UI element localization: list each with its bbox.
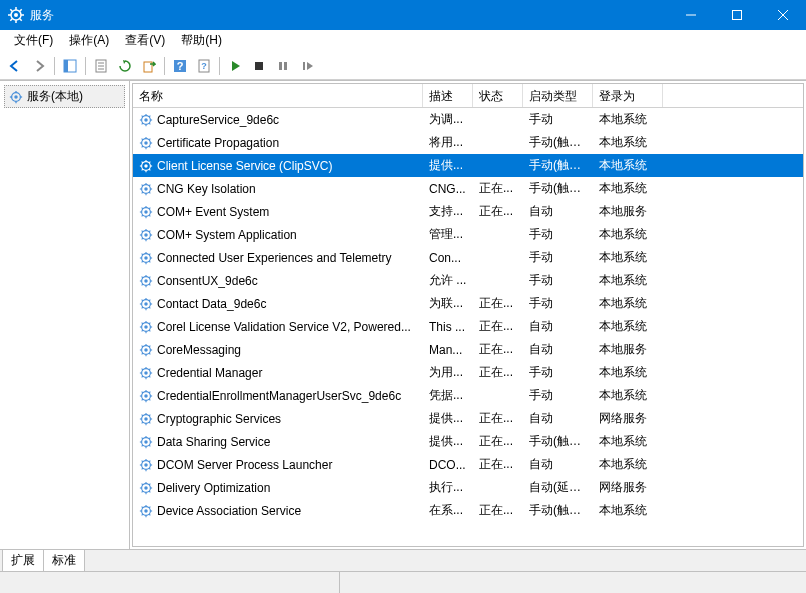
svg-line-91 [142, 230, 143, 231]
service-desc: 为联... [423, 295, 473, 312]
service-desc: 将用... [423, 134, 473, 151]
pause-service-button[interactable] [272, 55, 294, 77]
service-row[interactable]: Device Association Service在系...正在...手动(触… [133, 499, 803, 522]
forward-button[interactable] [28, 55, 50, 77]
tab-extended[interactable]: 扩展 [2, 550, 44, 572]
gear-icon [139, 458, 153, 472]
col-desc[interactable]: 描述 [423, 84, 473, 107]
service-row[interactable]: CoreMessagingMan...正在...自动本地服务 [133, 338, 803, 361]
tree-root-services[interactable]: 服务(本地) [4, 85, 125, 108]
refresh-button[interactable] [114, 55, 136, 77]
svg-line-54 [149, 138, 150, 139]
service-logon: 本地系统 [593, 295, 663, 312]
svg-line-142 [149, 353, 150, 354]
menu-view[interactable]: 查看(V) [117, 30, 173, 51]
service-list[interactable]: CaptureService_9de6c为调...手动本地系统Certifica… [133, 108, 803, 546]
svg-line-174 [149, 414, 150, 415]
service-row[interactable]: Contact Data_9de6c为联...正在...手动本地系统 [133, 292, 803, 315]
svg-line-201 [142, 483, 143, 484]
service-name: Data Sharing Service [157, 435, 270, 449]
svg-line-143 [142, 353, 143, 354]
service-row[interactable]: Delivery Optimization执行...自动(延迟...网络服务 [133, 476, 803, 499]
service-row[interactable]: CaptureService_9de6c为调...手动本地系统 [133, 108, 803, 131]
svg-rect-15 [64, 60, 68, 72]
gear-icon [139, 504, 153, 518]
minimize-button[interactable] [668, 0, 714, 30]
restart-service-button[interactable] [296, 55, 318, 77]
menu-help[interactable]: 帮助(H) [173, 30, 230, 51]
status-bar [0, 571, 806, 593]
svg-point-206 [144, 509, 148, 513]
stop-service-button[interactable] [248, 55, 270, 77]
col-name[interactable]: 名称 [133, 84, 423, 107]
service-row[interactable]: DCOM Server Process LauncherDCO...正在...自… [133, 453, 803, 476]
gear-icon [139, 366, 153, 380]
service-name: COM+ Event System [157, 205, 269, 219]
svg-text:?: ? [177, 60, 184, 72]
service-status: 正在... [473, 318, 523, 335]
app-gear-icon [8, 7, 24, 23]
service-desc: Man... [423, 343, 473, 357]
svg-line-7 [20, 19, 22, 21]
service-name: CNG Key Isolation [157, 182, 256, 196]
service-logon: 本地系统 [593, 226, 663, 243]
start-service-button[interactable] [224, 55, 246, 77]
service-status: 正在... [473, 456, 523, 473]
service-desc: 允许 ... [423, 272, 473, 289]
sidebar-tree[interactable]: 服务(本地) [0, 81, 130, 549]
svg-line-192 [149, 468, 150, 469]
svg-line-133 [142, 330, 143, 331]
service-row[interactable]: Connected User Experiences and Telemetry… [133, 246, 803, 269]
svg-line-62 [149, 169, 150, 170]
service-logon: 本地系统 [593, 433, 663, 450]
tab-standard[interactable]: 标准 [43, 550, 85, 572]
service-start: 手动 [523, 249, 593, 266]
service-row[interactable]: COM+ System Application管理...手动本地系统 [133, 223, 803, 246]
service-start: 自动 [523, 341, 593, 358]
service-logon: 网络服务 [593, 410, 663, 427]
service-status: 正在... [473, 295, 523, 312]
svg-line-121 [142, 299, 143, 300]
service-logon: 本地系统 [593, 157, 663, 174]
col-start[interactable]: 启动类型 [523, 84, 593, 107]
service-row[interactable]: Data Sharing Service提供...正在...手动(触发...本地… [133, 430, 803, 453]
col-status[interactable]: 状态 [473, 84, 523, 107]
service-row[interactable]: ConsentUX_9de6c允许 ...手动本地系统 [133, 269, 803, 292]
service-row[interactable]: COM+ Event System支持...正在...自动本地服务 [133, 200, 803, 223]
menu-action[interactable]: 操作(A) [61, 30, 117, 51]
svg-point-146 [144, 371, 148, 375]
close-button[interactable] [760, 0, 806, 30]
export-button[interactable] [138, 55, 160, 77]
svg-line-113 [142, 284, 143, 285]
gear-icon [139, 136, 153, 150]
svg-line-163 [142, 399, 143, 400]
menu-file[interactable]: 文件(F) [6, 30, 61, 51]
svg-rect-28 [303, 62, 305, 70]
svg-line-123 [142, 307, 143, 308]
back-button[interactable] [4, 55, 26, 77]
service-row[interactable]: Corel License Validation Service V2, Pow… [133, 315, 803, 338]
properties-button[interactable] [90, 55, 112, 77]
col-logon[interactable]: 登录为 [593, 84, 663, 107]
help-topic-button[interactable]: ? [193, 55, 215, 77]
list-header: 名称 描述 状态 启动类型 登录为 [133, 84, 803, 108]
show-hide-tree-button[interactable] [59, 55, 81, 77]
service-row[interactable]: CredentialEnrollmentManagerUserSvc_9de6c… [133, 384, 803, 407]
svg-line-124 [149, 299, 150, 300]
svg-line-81 [142, 207, 143, 208]
service-logon: 本地系统 [593, 111, 663, 128]
svg-point-116 [144, 302, 148, 306]
service-row[interactable]: Client License Service (ClipSVC)提供...手动(… [133, 154, 803, 177]
service-row[interactable]: Credential Manager为用...正在...手动本地系统 [133, 361, 803, 384]
service-row[interactable]: CNG Key IsolationCNG...正在...手动(触发...本地系统 [133, 177, 803, 200]
svg-line-183 [142, 445, 143, 446]
service-desc: CNG... [423, 182, 473, 196]
service-row[interactable]: Cryptographic Services提供...正在...自动网络服务 [133, 407, 803, 430]
maximize-button[interactable] [714, 0, 760, 30]
service-status: 正在... [473, 203, 523, 220]
gear-icon [139, 297, 153, 311]
service-logon: 本地系统 [593, 456, 663, 473]
service-row[interactable]: Certificate Propagation将用...手动(触发...本地系统 [133, 131, 803, 154]
help-button[interactable]: ? [169, 55, 191, 77]
svg-line-84 [149, 207, 150, 208]
